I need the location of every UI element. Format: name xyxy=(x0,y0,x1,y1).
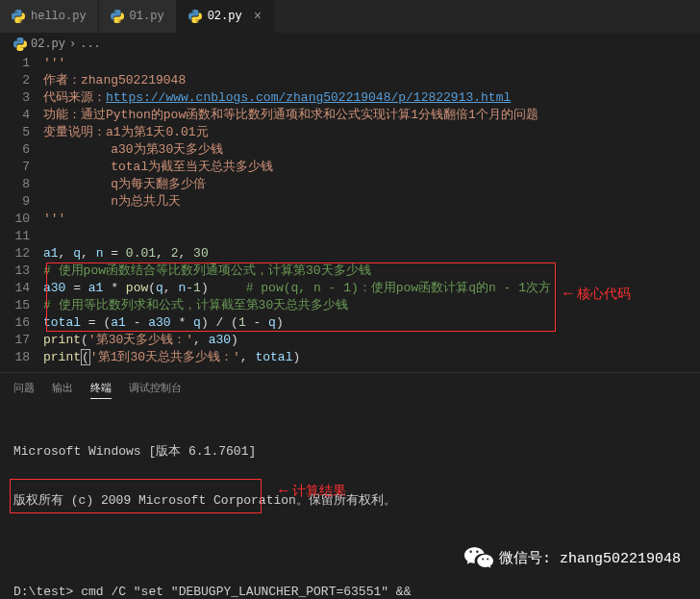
tab-02[interactable]: 02.py × xyxy=(177,0,274,33)
wechat-label: 微信号: zhang502219048 xyxy=(499,549,681,567)
breadcrumb[interactable]: 02.py › ... xyxy=(0,34,700,55)
python-icon xyxy=(12,10,25,23)
line-gutter: 123 456 789 101112 131415 161718 xyxy=(0,55,43,366)
terminal-cmd: D:\test> cmd /C "set "DEBUGPY_LAUNCHER_P… xyxy=(13,584,687,599)
tab-bar: hello.py 01.py 02.py × xyxy=(0,0,700,34)
close-icon[interactable]: × xyxy=(254,9,262,24)
python-icon xyxy=(13,37,27,51)
wechat-watermark: 微信号: zhang502219048 xyxy=(464,545,681,570)
tab-01[interactable]: 01.py xyxy=(99,0,177,33)
wechat-icon xyxy=(464,545,493,570)
panel-tab-output[interactable]: 输出 xyxy=(52,381,73,399)
code-editor[interactable]: 123 456 789 101112 131415 161718 ''' 作者：… xyxy=(0,55,700,366)
python-icon xyxy=(188,10,202,23)
annotation-result: 计算结果 xyxy=(279,484,346,500)
panel-tab-problems[interactable]: 问题 xyxy=(13,381,35,399)
terminal-line: Microsoft Windows [版本 6.1.7601] xyxy=(13,443,687,460)
breadcrumb-sep: › xyxy=(69,37,76,51)
tab-label: hello.py xyxy=(31,10,87,23)
tab-label: 02.py xyxy=(208,10,242,23)
panel-tabs: 问题 输出 终端 调试控制台 xyxy=(0,372,700,405)
annotation-core: 核心代码 xyxy=(563,286,631,303)
breadcrumb-file: 02.py xyxy=(31,37,65,51)
code-content[interactable]: ''' 作者：zhang502219048 代码来源：https://www.c… xyxy=(43,55,700,366)
breadcrumb-more: ... xyxy=(80,37,101,51)
tab-label: 01.py xyxy=(130,10,164,23)
python-icon xyxy=(111,10,124,23)
tab-hello[interactable]: hello.py xyxy=(0,0,99,33)
panel-tab-terminal[interactable]: 终端 xyxy=(90,381,112,399)
terminal-line: 版权所有 (c) 2009 Microsoft Corporation。保留所有… xyxy=(13,492,687,509)
panel-tab-debug[interactable]: 调试控制台 xyxy=(129,381,182,399)
